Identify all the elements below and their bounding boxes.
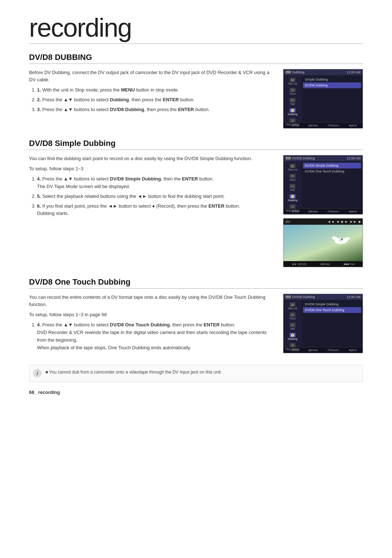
screen-title-1: Dubbing bbox=[292, 70, 305, 74]
screen-time-3: 12:00 AM bbox=[347, 295, 360, 299]
footer-move-2: ↕ Move bbox=[289, 210, 299, 213]
screen-main-1: Simple Dubbing DV/D8 Dubbing bbox=[302, 75, 363, 122]
simple-setup-note: To setup, follow steps 1~3 bbox=[29, 165, 272, 172]
section-text-simple: You can find the dubbing start point to … bbox=[29, 155, 272, 267]
screen-sidebar-1: ▤ Title List ⏱ Timer ✏ Edit 📀 bbox=[283, 75, 302, 122]
dv-footer-enter: @Enter bbox=[320, 262, 330, 266]
step-1-bold: 1. bbox=[37, 87, 41, 93]
footer-return-2: ↺Return bbox=[327, 210, 339, 213]
section-text-onetouch: You can record the entire contents of a … bbox=[29, 294, 272, 355]
footer-return-3: ↺Return bbox=[327, 349, 339, 352]
sidebar-edit-3: ✏ Edit bbox=[283, 322, 302, 331]
section-rule-onetouch bbox=[29, 288, 363, 289]
svg-point-4 bbox=[341, 239, 343, 240]
screen-main-2: DV/D8 Simple Dubbing DV/D8 One Touch Dub… bbox=[302, 161, 363, 208]
step-5-simple: 5. Select the playback related buttons u… bbox=[37, 193, 272, 200]
screen-simple-dubbing: DVD DV/D8 Dubbing 12:00 AM ▤ Title List … bbox=[283, 155, 363, 215]
footer-exit-1: ◄|Exit bbox=[348, 124, 357, 127]
timer-icon-2: ⏱ bbox=[290, 174, 295, 178]
screen-header-3: DVD DV/D8 Dubbing 12:00 AM bbox=[283, 294, 363, 300]
sidebar-dubbing-2: 📀 Dubbing bbox=[283, 193, 302, 203]
screen-body-1: ▤ Title List ⏱ Timer ✏ Edit 📀 bbox=[283, 75, 363, 122]
footer-enter-2: @Enter bbox=[308, 210, 318, 213]
screen-time-2: 12:00 AM bbox=[347, 156, 360, 160]
menu-onetouch-s3: DV/D8 One Touch Dubbing bbox=[303, 307, 361, 313]
sidebar-setup-3: ⚙ Setup bbox=[283, 352, 302, 353]
footer-enter-3: @Enter bbox=[308, 349, 318, 352]
menu-simple-s3: DV/D8 Simple Dubbing bbox=[303, 301, 361, 307]
footer-move-3: ↕ Move bbox=[289, 349, 299, 352]
section-text-dvd8: Before DV Dubbing, connect the DV output… bbox=[29, 69, 272, 129]
section-heading-onetouch: DV/D8 One Touch Dubbing bbox=[29, 277, 363, 287]
footer-exit-3: ◄|Exit bbox=[348, 349, 357, 352]
dv-label: DV bbox=[286, 220, 290, 224]
bird-svg bbox=[326, 228, 355, 250]
edit-icon-3: ✏ bbox=[290, 323, 295, 327]
footer-exit-2: ◄|Exit bbox=[348, 210, 357, 213]
simple-steps: 4. Press the ▲▼ buttons to select DV/D8 … bbox=[29, 175, 272, 217]
screen-header-2: DVD DV/D8 Dubbing 12:00 AM bbox=[283, 155, 363, 161]
section-one-touch: DV/D8 One Touch Dubbing You can record t… bbox=[29, 277, 363, 355]
sidebar-titlelist-3: ▤ Title List bbox=[283, 301, 302, 311]
step-2-bold: 2. bbox=[37, 97, 41, 102]
note-icon: i bbox=[33, 369, 42, 378]
title-divider bbox=[29, 44, 363, 44]
section-rule-dvd8 bbox=[29, 64, 363, 64]
footer-enter-1: @Enter bbox=[308, 124, 318, 127]
edit-icon-2: ✏ bbox=[290, 184, 295, 188]
section-img-onetouch: DVD DV/D8 Dubbing 12:00 AM ▤ Title List … bbox=[279, 294, 363, 355]
dv-controls: ◄◄ ◄ ■ ► ►► ■ bbox=[327, 220, 361, 224]
onetouch-intro: You can record the entire contents of a … bbox=[29, 294, 272, 308]
screen-dv-tape: DV ◄◄ ◄ ■ ► ►► ■ bbox=[283, 218, 363, 267]
menu-onetouch-s2: DV/D8 One Touch Dubbing bbox=[303, 168, 361, 174]
step-6-simple: 6. If you find start point, press the ◄►… bbox=[37, 203, 272, 218]
section-heading-simple: DV/D8 Simple Dubbing bbox=[29, 139, 363, 148]
titlelist-icon-2: ▤ bbox=[290, 164, 295, 168]
section-img-simple: DVD DV/D8 Dubbing 12:00 AM ▤ Title List … bbox=[279, 155, 363, 267]
dvd-icon-3: DVD bbox=[286, 295, 291, 299]
screen-sidebar-3: ▤ Title List ⏱ Timer ✏ Edit 📀 bbox=[283, 300, 302, 347]
dv-footer-move: ◄► MOVE bbox=[291, 262, 307, 266]
screen-dvd8-dubbing: DVD Dubbing 12:00 AM ▤ Title List ⏱ Time… bbox=[283, 69, 363, 129]
titlelist-icon-3: ▤ bbox=[290, 302, 295, 307]
menu-dvd8-dubbing: DV/D8 Dubbing bbox=[303, 82, 361, 88]
titlelist-icon: ▤ bbox=[290, 78, 295, 82]
step-3-bold: 3. bbox=[37, 107, 41, 112]
disc-icon-2: ⊙ bbox=[290, 204, 295, 209]
menu-simple-dubbing: Simple Dubbing bbox=[303, 77, 361, 82]
note-box: i ■ You cannot dub from a camcorder onto… bbox=[29, 365, 363, 382]
dvd-icon-1: DVD bbox=[286, 70, 291, 74]
sidebar-edit-2: ✏ Edit bbox=[283, 183, 302, 192]
step-4-simple: 4. Press the ▲▼ buttons to select DV/D8 … bbox=[37, 175, 272, 191]
onetouch-steps: 4. Press the ▲▼ buttons to select DV/D8 … bbox=[29, 321, 272, 351]
step-1: 1. With the unit in Stop mode, press the… bbox=[37, 86, 272, 94]
screen-sidebar-2: ▤ Title List ⏱ Timer ✏ Edit 📀 bbox=[283, 161, 302, 208]
onetouch-setup-note: To setup, follow steps 1~3 in page 68 bbox=[29, 311, 272, 318]
dv-footer: ◄► MOVE @Enter ■■■ Exit bbox=[283, 261, 363, 267]
screen-body-2: ▤ Title List ⏱ Timer ✏ Edit 📀 bbox=[283, 161, 363, 208]
screen-main-3: DV/D8 Simple Dubbing DV/D8 One Touch Dub… bbox=[302, 300, 363, 347]
note-text: ■ You cannot dub from a camcorder onto a… bbox=[45, 369, 222, 375]
screen-time-1: 12:00 AM bbox=[347, 70, 360, 74]
sidebar-timer-3: ⏱ Timer bbox=[283, 311, 302, 321]
step-4-onetouch: 4. Press the ▲▼ buttons to select DV/D8 … bbox=[37, 321, 272, 351]
sidebar-setup-2: ⚙ Setup bbox=[283, 213, 302, 215]
page-footer: 68_ recording bbox=[29, 390, 363, 395]
sidebar-timer-2: ⏱ Timer bbox=[283, 173, 302, 182]
simple-intro: You can find the dubbing start point to … bbox=[29, 155, 272, 162]
footer-move-1: ↕ Move bbox=[289, 124, 299, 127]
footer-return-1: ↺Return bbox=[327, 124, 339, 127]
sidebar-timer: ⏱ Timer bbox=[283, 87, 302, 96]
step-2: 2. Press the ▲▼ buttons to select Dubbin… bbox=[37, 96, 272, 104]
dvd8-intro: Before DV Dubbing, connect the DV output… bbox=[29, 69, 272, 84]
screen-title-3: DV/D8 Dubbing bbox=[292, 295, 315, 299]
dv-image bbox=[283, 225, 363, 261]
page-title: recording bbox=[29, 15, 363, 41]
dubbing-icon-3: 📀 bbox=[290, 333, 295, 337]
screen-onetouch: DVD DV/D8 Dubbing 12:00 AM ▤ Title List … bbox=[283, 294, 363, 353]
dvd-icon-2: DVD bbox=[286, 156, 291, 160]
screen-header-1: DVD Dubbing 12:00 AM bbox=[283, 69, 363, 75]
sidebar-dubbing: 📀 Dubbing bbox=[283, 107, 302, 117]
section-img-dvd8: DVD Dubbing 12:00 AM ▤ Title List ⏱ Time… bbox=[279, 69, 363, 129]
disc-icon-3: ⊙ bbox=[290, 343, 295, 347]
